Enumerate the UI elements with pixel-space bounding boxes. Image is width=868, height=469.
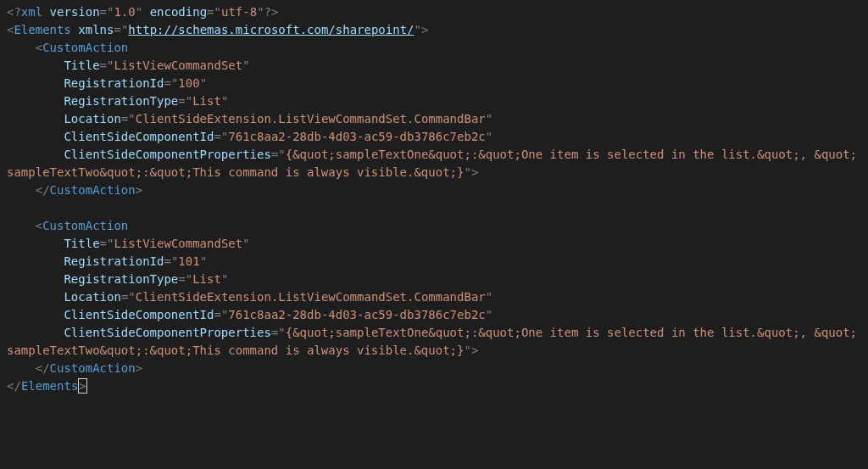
code-editor[interactable]: <?xml version="1.0" encoding="utf-8"?> <… (0, 0, 868, 399)
